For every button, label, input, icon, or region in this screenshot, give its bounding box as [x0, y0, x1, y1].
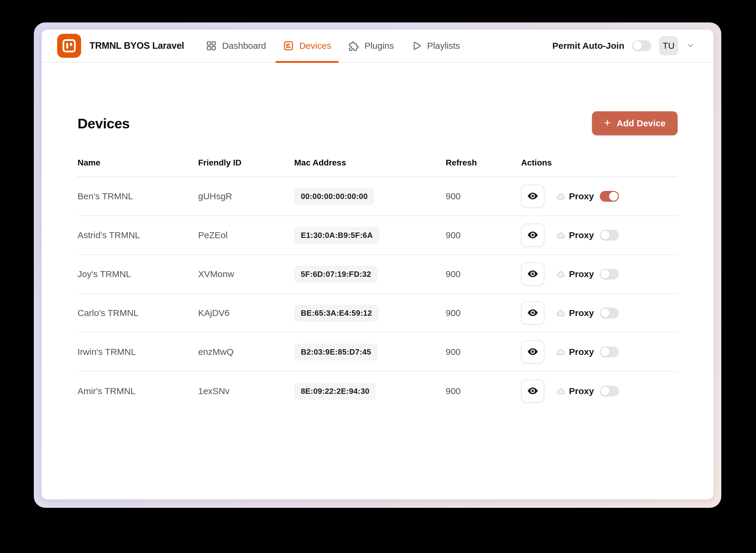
proxy-toggle[interactable] [600, 191, 619, 202]
device-mac-cell: 5F:6D:07:19:FD:32 [294, 266, 446, 283]
app-title: TRMNL BYOS Laravel [89, 41, 184, 51]
proxy-label: Proxy [569, 386, 594, 396]
eye-icon [527, 346, 539, 358]
proxy-label: Proxy [569, 230, 594, 240]
view-device-button[interactable] [521, 185, 544, 208]
device-refresh: 900 [446, 191, 521, 202]
nav-item-plugins[interactable]: Plugins [340, 29, 402, 62]
cloud-icon [556, 231, 566, 240]
toggle-knob [601, 231, 610, 240]
column-header-actions: Actions [521, 158, 678, 168]
proxy-toggle[interactable] [600, 386, 619, 396]
view-device-button[interactable] [521, 262, 544, 286]
device-friendly-id: gUHsgR [198, 191, 294, 202]
proxy-label: Proxy [569, 269, 594, 279]
device-name: Ben's TRMNL [78, 191, 198, 202]
view-device-button[interactable] [521, 380, 544, 403]
proxy-toggle[interactable] [600, 308, 619, 318]
table-row: Irwin's TRMNL enzMwQ B2:03:9E:85:D7:45 9… [78, 333, 678, 372]
eye-icon [527, 230, 539, 241]
table-header-row: Name Friendly ID Mac Address Refresh Act… [78, 148, 678, 177]
proxy-label: Proxy [569, 191, 594, 202]
device-actions: Proxy [521, 380, 678, 403]
column-header-name: Name [78, 158, 198, 168]
toggle-knob [609, 192, 618, 201]
window-frame: TRMNL BYOS Laravel Dashboard [34, 22, 721, 508]
cloud-icon [556, 347, 566, 357]
permit-auto-join-toggle[interactable] [632, 41, 651, 51]
toggle-knob [633, 41, 642, 50]
add-device-button[interactable]: + Add Device [592, 111, 678, 135]
proxy-toggle[interactable] [600, 230, 619, 241]
device-actions: Proxy [521, 301, 678, 325]
nav-label: Dashboard [222, 41, 266, 51]
device-refresh: 900 [446, 230, 521, 240]
app-window: TRMNL BYOS Laravel Dashboard [42, 29, 713, 499]
proxy-toggle[interactable] [600, 346, 619, 357]
view-device-button[interactable] [521, 340, 544, 364]
device-name: Irwin's TRMNL [78, 347, 198, 357]
chevron-down-icon [686, 41, 695, 51]
eye-icon [527, 191, 539, 202]
cloud-icon [556, 192, 566, 201]
devices-table: Name Friendly ID Mac Address Refresh Act… [78, 148, 678, 410]
proxy-toggle[interactable] [600, 269, 619, 280]
mac-address-badge: B2:03:9E:85:D7:45 [294, 343, 378, 361]
toggle-knob [601, 269, 610, 279]
nav-item-devices[interactable]: Devices [275, 29, 340, 62]
nav-item-playlists[interactable]: Playlists [402, 29, 468, 62]
view-device-button[interactable] [521, 224, 544, 247]
mac-address-badge: BE:65:3A:E4:59:12 [294, 305, 379, 322]
proxy-label: Proxy [569, 308, 594, 318]
toggle-knob [601, 347, 610, 357]
device-actions: Proxy [521, 224, 678, 247]
mac-address-badge: 8E:09:22:2E:94:30 [294, 383, 376, 400]
eye-icon [527, 269, 539, 280]
device-friendly-id: KAjDV6 [198, 308, 294, 318]
column-header-friendly-id: Friendly ID [198, 158, 294, 168]
device-actions: Proxy [521, 340, 678, 364]
puzzle-icon [348, 40, 360, 52]
table-body: Ben's TRMNL gUHsgR 00:00:00:00:00:00 900 [78, 177, 678, 410]
topbar-right-group: Permit Auto-Join TU [552, 36, 695, 55]
mac-address-badge: 00:00:00:00:00:00 [294, 188, 374, 205]
table-row: Carlo's TRMNL KAjDV6 BE:65:3A:E4:59:12 9… [78, 294, 678, 333]
device-name: Amir's TRMNL [78, 386, 198, 396]
page-title: Devices [78, 115, 130, 132]
column-header-refresh: Refresh [446, 158, 521, 168]
cloud-icon [556, 309, 566, 317]
device-refresh: 900 [446, 269, 521, 279]
user-avatar[interactable]: TU [659, 36, 678, 55]
plus-icon: + [604, 117, 611, 129]
nav-label: Playlists [427, 41, 460, 51]
trmnl-logo-icon [57, 34, 81, 58]
mac-address-badge: 5F:6D:07:19:FD:32 [294, 266, 378, 283]
nav-label: Devices [299, 41, 331, 51]
device-mac-cell: 00:00:00:00:00:00 [294, 188, 446, 205]
table-row: Ben's TRMNL gUHsgR 00:00:00:00:00:00 900 [78, 177, 678, 216]
list-box-icon [283, 40, 294, 52]
proxy-label: Proxy [569, 347, 594, 357]
toggle-knob [601, 387, 610, 396]
main-content: Devices + Add Device Name Friendly ID Ma… [42, 63, 713, 499]
nav-item-dashboard[interactable]: Dashboard [197, 29, 275, 62]
cloud-icon [556, 269, 566, 279]
table-row: Amir's TRMNL 1exSNv 8E:09:22:2E:94:30 90… [78, 372, 678, 410]
brand-home-link[interactable]: TRMNL BYOS Laravel [57, 34, 184, 58]
page-header: Devices + Add Device [78, 111, 678, 135]
grid-icon [206, 40, 217, 52]
cloud-icon [556, 387, 566, 396]
user-menu-button[interactable] [686, 41, 695, 51]
device-friendly-id: XVMonw [198, 269, 294, 279]
toggle-knob [601, 309, 610, 317]
device-refresh: 900 [446, 308, 521, 318]
device-refresh: 900 [446, 386, 521, 396]
device-mac-cell: BE:65:3A:E4:59:12 [294, 305, 446, 322]
view-device-button[interactable] [521, 301, 544, 325]
device-refresh: 900 [446, 347, 521, 357]
table-row: Joy's TRMNL XVMonw 5F:6D:07:19:FD:32 900 [78, 255, 678, 294]
mac-address-badge: E1:30:0A:B9:5F:6A [294, 227, 379, 244]
device-name: Astrid's TRMNL [78, 230, 198, 240]
eye-icon [527, 308, 539, 319]
device-mac-cell: 8E:09:22:2E:94:30 [294, 383, 446, 400]
